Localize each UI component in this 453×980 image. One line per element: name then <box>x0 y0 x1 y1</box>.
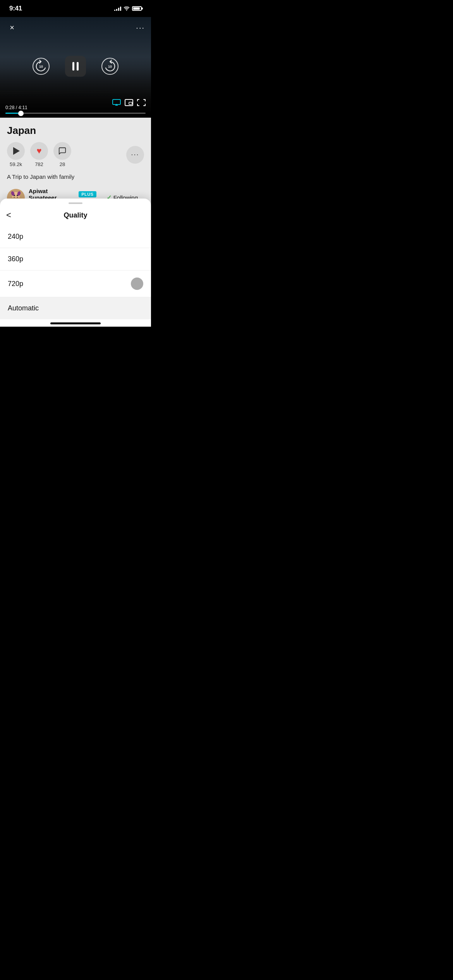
svg-text:10: 10 <box>39 65 43 69</box>
svg-rect-13 <box>129 102 132 105</box>
comment-button[interactable] <box>53 142 71 160</box>
svg-point-0 <box>126 10 127 10</box>
sheet-title: Quality <box>63 211 87 219</box>
current-time: 0:28 <box>5 105 14 110</box>
sheet-header: < Quality <box>0 206 151 226</box>
video-player[interactable]: × ··· 10 10 0:28 / 4:11 <box>0 17 151 118</box>
status-time: 9:41 <box>9 5 22 12</box>
home-indicator <box>50 322 101 324</box>
like-item: ♥ 782 <box>30 142 48 167</box>
quality-option-720p[interactable]: 720p <box>0 271 151 297</box>
like-button[interactable]: ♥ <box>30 142 48 160</box>
quality-option-360p[interactable]: 360p <box>0 248 151 271</box>
play-icon <box>13 147 20 155</box>
fullscreen-icon[interactable] <box>137 99 146 106</box>
progress-thumb[interactable] <box>18 111 24 116</box>
action-row: 59.2k ♥ 782 28 ··· <box>7 142 144 167</box>
quality-option-automatic[interactable]: Automatic <box>0 297 151 319</box>
airplay-icon[interactable] <box>112 99 121 106</box>
signal-icon <box>114 6 121 11</box>
play-count: 59.2k <box>10 161 22 167</box>
skip-forward-button[interactable]: 10 <box>101 58 118 75</box>
sheet-back-button[interactable]: < <box>6 210 18 220</box>
svg-text:10: 10 <box>108 65 112 69</box>
quality-bottom-sheet: < Quality 240p 360p 720p Automatic <box>0 199 151 327</box>
wifi-icon <box>124 6 130 11</box>
quality-label-automatic: Automatic <box>8 304 39 312</box>
video-center-controls: 10 10 <box>33 56 118 77</box>
bottom-icons <box>112 99 146 106</box>
heart-icon: ♥ <box>36 146 41 156</box>
quality-label-720p: 720p <box>8 280 23 288</box>
total-time: 4:11 <box>18 105 27 110</box>
quality-label-240p: 240p <box>8 233 23 241</box>
comment-item: 28 <box>53 142 71 167</box>
pause-button[interactable] <box>65 56 86 77</box>
comment-icon <box>58 147 67 155</box>
video-title: Japan <box>7 125 144 137</box>
quality-toggle-720p <box>131 278 143 290</box>
status-bar: 9:41 <box>0 0 151 17</box>
more-actions-button[interactable]: ··· <box>126 146 144 164</box>
video-description: A Trip to Japan with family <box>7 173 144 181</box>
battery-icon <box>132 6 142 11</box>
comment-count: 28 <box>60 161 65 167</box>
plus-badge: PLUS <box>79 191 96 197</box>
quality-option-240p[interactable]: 240p <box>0 226 151 248</box>
like-count: 782 <box>35 161 43 167</box>
status-icons <box>114 6 142 11</box>
close-button[interactable]: × <box>6 22 18 33</box>
video-bottom-controls: 0:28 / 4:11 <box>0 102 151 118</box>
quality-label-360p: 360p <box>8 255 23 263</box>
more-options-button[interactable]: ··· <box>136 23 145 32</box>
skip-back-button[interactable]: 10 <box>33 58 50 75</box>
pause-icon <box>72 62 79 70</box>
quality-list: 240p 360p 720p Automatic <box>0 226 151 319</box>
progress-bar[interactable] <box>5 113 146 114</box>
play-count-item: 59.2k <box>7 142 25 167</box>
pip-icon[interactable] <box>125 99 133 106</box>
play-button[interactable] <box>7 142 25 160</box>
more-dots-icon: ··· <box>131 151 139 159</box>
sheet-handle <box>69 202 82 204</box>
video-top-controls: × ··· <box>0 17 151 38</box>
